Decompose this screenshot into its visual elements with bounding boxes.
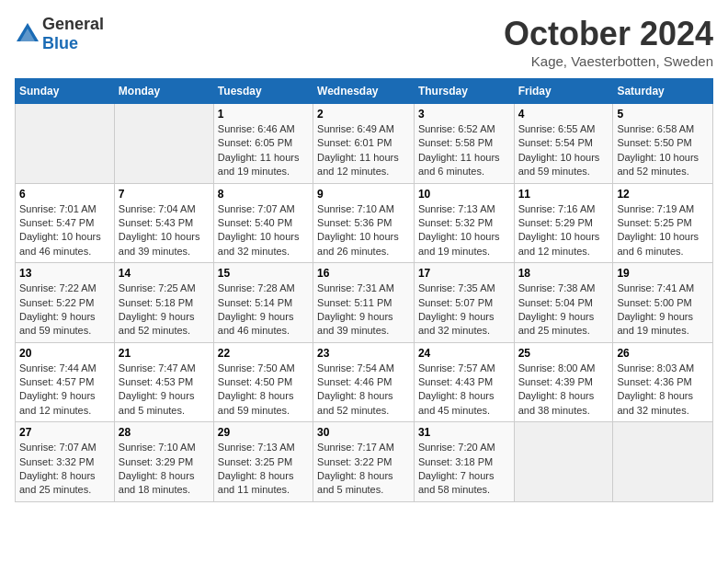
day-info: Sunrise: 7:10 AMSunset: 5:36 PMDaylight:… (317, 203, 399, 257)
calendar-cell: 26Sunrise: 8:03 AMSunset: 4:36 PMDayligh… (613, 342, 713, 422)
calendar-cell: 19Sunrise: 7:41 AMSunset: 5:00 PMDayligh… (613, 263, 713, 343)
day-number: 18 (518, 267, 609, 280)
day-info: Sunrise: 6:52 AMSunset: 5:58 PMDaylight:… (418, 123, 500, 177)
day-info: Sunrise: 7:13 AMSunset: 3:25 PMDaylight:… (218, 442, 295, 495)
day-info: Sunrise: 7:44 AMSunset: 4:57 PMDaylight:… (19, 362, 97, 416)
header-saturday: Saturday (613, 79, 713, 104)
calendar-cell: 31Sunrise: 7:20 AMSunset: 3:18 PMDayligh… (414, 422, 514, 502)
day-info: Sunrise: 7:13 AMSunset: 5:32 PMDaylight:… (418, 203, 500, 257)
day-info: Sunrise: 7:47 AMSunset: 4:53 PMDaylight:… (119, 362, 196, 416)
day-number: 8 (218, 188, 309, 201)
day-number: 19 (617, 267, 709, 280)
calendar-cell: 5Sunrise: 6:58 AMSunset: 5:50 PMDaylight… (613, 104, 713, 184)
calendar-week-row: 1Sunrise: 6:46 AMSunset: 6:05 PMDaylight… (16, 104, 713, 184)
day-number: 5 (617, 108, 709, 121)
day-info: Sunrise: 7:07 AMSunset: 3:32 PMDaylight:… (19, 442, 97, 495)
day-info: Sunrise: 7:31 AMSunset: 5:11 PMDaylight:… (317, 282, 394, 336)
header-row: SundayMondayTuesdayWednesdayThursdayFrid… (16, 79, 713, 104)
day-number: 7 (119, 188, 210, 201)
day-info: Sunrise: 7:57 AMSunset: 4:43 PMDaylight:… (418, 362, 495, 416)
day-info: Sunrise: 7:41 AMSunset: 5:00 PMDaylight:… (617, 282, 694, 336)
header-thursday: Thursday (414, 79, 514, 104)
day-info: Sunrise: 6:46 AMSunset: 6:05 PMDaylight:… (218, 123, 300, 177)
day-number: 29 (218, 426, 309, 439)
day-info: Sunrise: 7:25 AMSunset: 5:18 PMDaylight:… (119, 282, 196, 336)
calendar-cell: 21Sunrise: 7:47 AMSunset: 4:53 PMDayligh… (114, 342, 213, 422)
day-info: Sunrise: 7:07 AMSunset: 5:40 PMDaylight:… (218, 203, 300, 257)
day-number: 30 (317, 426, 410, 439)
logo: General Blue (15, 15, 104, 53)
calendar-cell: 2Sunrise: 6:49 AMSunset: 6:01 PMDaylight… (313, 104, 415, 184)
day-number: 14 (119, 267, 210, 280)
calendar-cell: 25Sunrise: 8:00 AMSunset: 4:39 PMDayligh… (514, 342, 613, 422)
calendar-cell: 16Sunrise: 7:31 AMSunset: 5:11 PMDayligh… (313, 263, 415, 343)
location-subtitle: Kage, Vaesterbotten, Sweden (504, 53, 713, 69)
day-info: Sunrise: 7:28 AMSunset: 5:14 PMDaylight:… (218, 282, 295, 336)
calendar-cell: 4Sunrise: 6:55 AMSunset: 5:54 PMDaylight… (514, 104, 613, 184)
day-number: 27 (19, 426, 110, 439)
calendar-cell: 14Sunrise: 7:25 AMSunset: 5:18 PMDayligh… (114, 263, 213, 343)
day-info: Sunrise: 7:01 AMSunset: 5:47 PMDaylight:… (19, 203, 101, 257)
day-number: 13 (19, 267, 110, 280)
calendar-cell: 1Sunrise: 6:46 AMSunset: 6:05 PMDaylight… (213, 104, 313, 184)
day-number: 3 (418, 108, 510, 121)
calendar-cell: 23Sunrise: 7:54 AMSunset: 4:46 PMDayligh… (313, 342, 415, 422)
calendar-cell: 20Sunrise: 7:44 AMSunset: 4:57 PMDayligh… (16, 342, 115, 422)
calendar-cell: 3Sunrise: 6:52 AMSunset: 5:58 PMDaylight… (414, 104, 514, 184)
day-number: 25 (518, 347, 609, 360)
calendar-cell: 18Sunrise: 7:38 AMSunset: 5:04 PMDayligh… (514, 263, 613, 343)
calendar-table: SundayMondayTuesdayWednesdayThursdayFrid… (15, 78, 713, 502)
header-sunday: Sunday (16, 79, 115, 104)
calendar-cell: 11Sunrise: 7:16 AMSunset: 5:29 PMDayligh… (514, 183, 613, 263)
page-header: General Blue October 2024 Kage, Vaesterb… (15, 15, 713, 69)
day-info: Sunrise: 7:50 AMSunset: 4:50 PMDaylight:… (218, 362, 295, 416)
day-info: Sunrise: 6:58 AMSunset: 5:50 PMDaylight:… (617, 123, 699, 177)
logo-general: General (42, 15, 104, 33)
calendar-week-row: 13Sunrise: 7:22 AMSunset: 5:22 PMDayligh… (16, 263, 713, 343)
calendar-cell: 13Sunrise: 7:22 AMSunset: 5:22 PMDayligh… (16, 263, 115, 343)
logo-blue: Blue (42, 34, 78, 52)
logo-icon (15, 21, 40, 47)
calendar-cell: 17Sunrise: 7:35 AMSunset: 5:07 PMDayligh… (414, 263, 514, 343)
day-info: Sunrise: 8:03 AMSunset: 4:36 PMDaylight:… (617, 362, 694, 416)
day-info: Sunrise: 7:10 AMSunset: 3:29 PMDaylight:… (119, 442, 196, 495)
calendar-cell: 24Sunrise: 7:57 AMSunset: 4:43 PMDayligh… (414, 342, 514, 422)
day-number: 11 (518, 188, 609, 201)
header-wednesday: Wednesday (313, 79, 415, 104)
day-number: 20 (19, 347, 110, 360)
day-info: Sunrise: 7:16 AMSunset: 5:29 PMDaylight:… (518, 203, 600, 257)
day-number: 22 (218, 347, 309, 360)
day-info: Sunrise: 7:22 AMSunset: 5:22 PMDaylight:… (19, 282, 97, 336)
calendar-cell: 10Sunrise: 7:13 AMSunset: 5:32 PMDayligh… (414, 183, 514, 263)
calendar-cell: 7Sunrise: 7:04 AMSunset: 5:43 PMDaylight… (114, 183, 213, 263)
calendar-cell: 15Sunrise: 7:28 AMSunset: 5:14 PMDayligh… (213, 263, 313, 343)
day-info: Sunrise: 7:35 AMSunset: 5:07 PMDaylight:… (418, 282, 495, 336)
day-info: Sunrise: 7:04 AMSunset: 5:43 PMDaylight:… (119, 203, 200, 257)
day-number: 15 (218, 267, 309, 280)
day-info: Sunrise: 7:19 AMSunset: 5:25 PMDaylight:… (617, 203, 699, 257)
calendar-cell: 8Sunrise: 7:07 AMSunset: 5:40 PMDaylight… (213, 183, 313, 263)
calendar-week-row: 20Sunrise: 7:44 AMSunset: 4:57 PMDayligh… (16, 342, 713, 422)
calendar-cell (514, 422, 613, 502)
calendar-cell: 28Sunrise: 7:10 AMSunset: 3:29 PMDayligh… (114, 422, 213, 502)
day-number: 12 (617, 188, 709, 201)
day-info: Sunrise: 7:20 AMSunset: 3:18 PMDaylight:… (418, 442, 495, 495)
calendar-cell: 27Sunrise: 7:07 AMSunset: 3:32 PMDayligh… (16, 422, 115, 502)
day-info: Sunrise: 8:00 AMSunset: 4:39 PMDaylight:… (518, 362, 596, 416)
day-number: 26 (617, 347, 709, 360)
day-number: 23 (317, 347, 410, 360)
day-number: 1 (218, 108, 309, 121)
day-number: 4 (518, 108, 609, 121)
day-number: 24 (418, 347, 510, 360)
day-number: 10 (418, 188, 510, 201)
calendar-cell: 22Sunrise: 7:50 AMSunset: 4:50 PMDayligh… (213, 342, 313, 422)
day-number: 6 (19, 188, 110, 201)
day-info: Sunrise: 6:55 AMSunset: 5:54 PMDaylight:… (518, 123, 600, 177)
day-number: 2 (317, 108, 410, 121)
header-monday: Monday (114, 79, 213, 104)
calendar-week-row: 6Sunrise: 7:01 AMSunset: 5:47 PMDaylight… (16, 183, 713, 263)
calendar-week-row: 27Sunrise: 7:07 AMSunset: 3:32 PMDayligh… (16, 422, 713, 502)
calendar-cell (114, 104, 213, 184)
calendar-cell (613, 422, 713, 502)
calendar-cell: 6Sunrise: 7:01 AMSunset: 5:47 PMDaylight… (16, 183, 115, 263)
